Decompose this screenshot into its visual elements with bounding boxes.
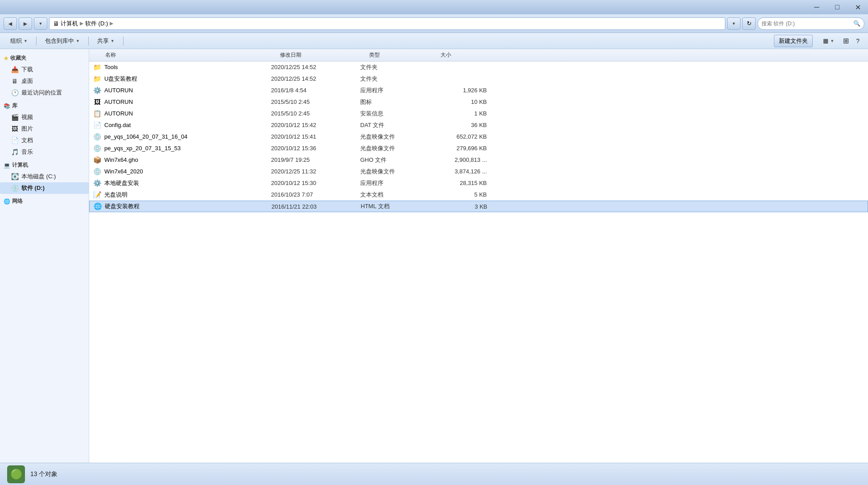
file-icon-3: 🖼	[93, 98, 102, 107]
help-button[interactable]: ?	[853, 35, 863, 47]
file-name-11: 光盘说明	[104, 191, 271, 199]
col-date-header[interactable]: 修改日期	[280, 51, 369, 59]
sidebar-item-desktop[interactable]: 🖥 桌面	[0, 75, 89, 87]
file-name-3: AUTORUN	[104, 99, 271, 105]
address-dropdown-button[interactable]: ▼	[727, 17, 740, 30]
file-name-6: pe_yqs_1064_20_07_31_16_04	[104, 133, 271, 140]
view-button[interactable]: ▦ ▼	[818, 35, 839, 47]
pane-button[interactable]: ⊞	[840, 35, 852, 47]
toolbar-sep1	[36, 37, 37, 45]
minimize-button[interactable]: ─	[806, 0, 827, 14]
file-type-8: GHO 文件	[360, 156, 432, 164]
file-date-2: 2016/1/8 4:54	[271, 87, 360, 94]
file-type-4: 安装信息	[360, 110, 432, 118]
sidebar-item-d-drive-label: 软件 (D:)	[21, 184, 45, 192]
col-type-header[interactable]: 类型	[369, 51, 440, 59]
network-label: 网络	[12, 197, 23, 205]
file-icon-6: 💿	[93, 132, 102, 141]
file-date-10: 2020/10/12 15:30	[271, 180, 360, 186]
breadcrumb[interactable]: 🖥 计算机 ▶ 软件 (D:) ▶	[49, 17, 725, 30]
sidebar-item-recent-label: 最近访问的位置	[21, 89, 62, 97]
network-header-icon: 🌐	[4, 198, 10, 205]
new-folder-label: 新建文件夹	[779, 37, 808, 45]
library-button[interactable]: 包含到库中 ▼	[40, 35, 85, 47]
organize-label: 组织	[10, 37, 22, 45]
close-button[interactable]: ✕	[847, 0, 868, 14]
table-row[interactable]: ⚙️ 本地硬盘安装 2020/10/12 15:30 应用程序 28,315 K…	[89, 177, 868, 189]
table-row[interactable]: 💿 pe_yqs_xp_20_07_31_15_53 2020/10/12 15…	[89, 143, 868, 154]
desktop-icon: 🖥	[11, 77, 19, 85]
recent-icon: 🕐	[11, 89, 19, 97]
file-type-11: 文本文档	[360, 191, 432, 199]
table-row[interactable]: 📁 Tools 2020/12/25 14:52 文件夹	[89, 62, 868, 73]
toolbar-sep2	[88, 37, 89, 45]
organize-button[interactable]: 组织 ▼	[5, 35, 33, 47]
toolbar: 组织 ▼ 包含到库中 ▼ 共享 ▼ 新建文件夹 ▦ ▼ ⊞ ?	[0, 33, 868, 49]
sidebar-item-d-drive[interactable]: 💿 软件 (D:)	[0, 182, 89, 194]
table-row[interactable]: 💿 pe_yqs_1064_20_07_31_16_04 2020/10/12 …	[89, 131, 868, 143]
table-row[interactable]: 🖼 AUTORUN 2015/5/10 2:45 图标 10 KB	[89, 96, 868, 108]
file-icon-8: 📦	[93, 156, 102, 164]
file-size-7: 279,696 KB	[432, 145, 494, 152]
sidebar-item-c-drive[interactable]: 💽 本地磁盘 (C:)	[0, 171, 89, 182]
file-list: 📁 Tools 2020/12/25 14:52 文件夹 📁 U盘安装教程 20…	[89, 62, 868, 463]
favorites-header[interactable]: ★ 收藏夹	[0, 53, 89, 64]
table-row[interactable]: 📄 Config.dat 2020/10/12 15:42 DAT 文件 36 …	[89, 119, 868, 131]
file-icon-9: 💿	[93, 167, 102, 176]
breadcrumb-computer[interactable]: 计算机	[61, 20, 78, 28]
table-row[interactable]: ⚙️ AUTORUN 2016/1/8 4:54 应用程序 1,926 KB	[89, 85, 868, 96]
computer-label: 计算机	[12, 161, 28, 169]
share-arrow: ▼	[111, 39, 115, 43]
recent-locations-button[interactable]: ▼	[34, 17, 47, 30]
back-button[interactable]: ◄	[4, 17, 17, 30]
breadcrumb-drive[interactable]: 软件 (D:)	[85, 20, 108, 28]
forward-button[interactable]: ►	[19, 17, 32, 30]
col-size-header[interactable]: 大小	[440, 51, 503, 59]
maximize-button[interactable]: □	[827, 0, 847, 14]
file-date-0: 2020/12/25 14:52	[271, 64, 360, 70]
library-header[interactable]: 📚 库	[0, 100, 89, 111]
sidebar-item-music[interactable]: 🎵 音乐	[0, 146, 89, 158]
network-header[interactable]: 🌐 网络	[0, 196, 89, 207]
share-button[interactable]: 共享 ▼	[92, 35, 119, 47]
search-bar[interactable]: 🔍	[757, 17, 864, 30]
computer-header[interactable]: 💻 计算机	[0, 160, 89, 171]
table-row[interactable]: 💿 Win7x64_2020 2020/12/25 11:32 光盘映像文件 3…	[89, 166, 868, 177]
table-row[interactable]: 📋 AUTORUN 2015/5/10 2:45 安装信息 1 KB	[89, 108, 868, 119]
search-icon[interactable]: 🔍	[853, 20, 860, 27]
library-arrow: ▼	[76, 39, 80, 43]
file-icon-4: 📋	[93, 109, 102, 118]
download-icon: 📥	[11, 66, 19, 74]
table-row[interactable]: 🌐 硬盘安装教程 2016/11/21 22:03 HTML 文档 3 KB	[89, 201, 868, 212]
star-icon: ★	[4, 55, 8, 62]
col-name-header[interactable]: 名称	[102, 51, 280, 59]
refresh-button[interactable]: ↻	[742, 17, 756, 30]
computer-section: 💻 计算机 💽 本地磁盘 (C:) 💿 软件 (D:)	[0, 160, 89, 194]
search-input[interactable]	[761, 21, 852, 27]
sidebar-item-pictures[interactable]: 🖼 图片	[0, 123, 89, 135]
sidebar-item-video[interactable]: 🎬 视频	[0, 111, 89, 123]
table-row[interactable]: 📝 光盘说明 2016/10/23 7:07 文本文档 5 KB	[89, 189, 868, 201]
file-size-5: 36 KB	[432, 122, 494, 128]
file-type-12: HTML 文档	[361, 202, 432, 210]
documents-icon: 📄	[11, 136, 19, 144]
sidebar-item-video-label: 视频	[21, 113, 33, 121]
status-count: 13 个对象	[30, 470, 58, 478]
file-type-6: 光盘映像文件	[360, 133, 432, 141]
status-icon: 🟢	[7, 465, 25, 483]
file-name-2: AUTORUN	[104, 87, 271, 94]
share-label: 共享	[97, 37, 109, 45]
sidebar-item-recent[interactable]: 🕐 最近访问的位置	[0, 87, 89, 99]
library-label: 包含到库中	[45, 37, 74, 45]
breadcrumb-sep1: ▶	[80, 21, 83, 26]
file-name-5: Config.dat	[104, 122, 271, 128]
file-name-0: Tools	[104, 64, 271, 70]
statusbar: 🟢 13 个对象	[0, 463, 868, 485]
file-type-2: 应用程序	[360, 86, 432, 95]
new-folder-button[interactable]: 新建文件夹	[774, 35, 813, 47]
table-row[interactable]: 📦 Win7x64.gho 2019/9/7 19:25 GHO 文件 2,90…	[89, 154, 868, 166]
table-row[interactable]: 📁 U盘安装教程 2020/12/25 14:52 文件夹	[89, 73, 868, 85]
sidebar-item-download[interactable]: 📥 下载	[0, 64, 89, 75]
file-size-8: 2,900,813 ...	[432, 156, 494, 163]
sidebar-item-documents[interactable]: 📄 文档	[0, 135, 89, 146]
